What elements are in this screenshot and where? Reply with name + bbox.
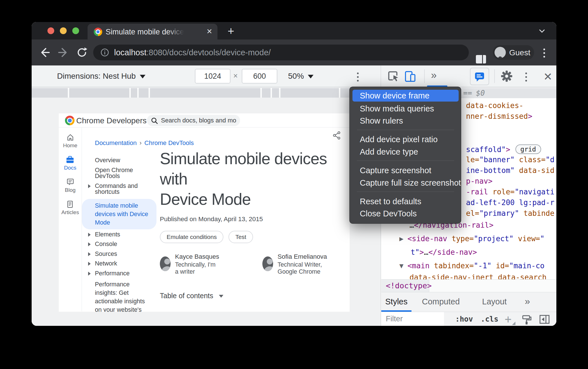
site-info-icon[interactable] [101, 48, 109, 57]
close-window-button[interactable] [47, 27, 54, 34]
main-area: Chrome Developers Home [32, 88, 556, 326]
chrome-developers-logo-icon[interactable] [65, 116, 75, 125]
minimize-window-button[interactable] [60, 27, 67, 34]
profile-button[interactable]: Guest [493, 45, 534, 60]
forward-icon[interactable] [58, 47, 69, 58]
menu-item-reset-to-defaults[interactable]: Reset to defaults [352, 196, 459, 207]
expand-icon[interactable] [88, 242, 91, 246]
dimensions-select[interactable]: Dimensions: Nest Hub [57, 72, 145, 81]
reload-icon[interactable] [76, 47, 88, 58]
breadcrumb-doctype[interactable]: <!doctype> [381, 280, 429, 292]
menu-item-add-device-type[interactable]: Add device type [352, 146, 459, 158]
feedback-button[interactable] [470, 68, 489, 85]
rail-item-home[interactable]: Home [63, 133, 77, 149]
code-line[interactable]: scaffold">grid [466, 144, 541, 154]
nav-item-console[interactable]: Console [82, 241, 159, 247]
collapse-panel-icon[interactable] [539, 314, 550, 325]
rendering-emulation-icon[interactable] [521, 314, 532, 326]
new-tab-button[interactable]: + [228, 26, 234, 36]
code-line[interactable]: -rail role="navigati [466, 187, 554, 196]
grid-badge[interactable]: grid [515, 144, 541, 154]
back-icon[interactable] [39, 47, 50, 58]
code-line[interactable]: data-side-nav-inert data-search [410, 273, 546, 279]
expanded-arrow-icon[interactable]: ▼ [399, 263, 404, 269]
tab-styles[interactable]: Styles [385, 297, 408, 306]
rail-item-blog[interactable]: Blog [65, 178, 75, 193]
code-line[interactable]: ad-left-200 lg:pad-r [466, 198, 554, 207]
table-of-contents-toggle[interactable]: Table of contents [160, 292, 342, 300]
code-line[interactable]: data-cookies- [466, 101, 524, 110]
toolbar-band: Dimensions: Nest Hub × 50% » ✕ [32, 65, 556, 87]
rail-item-articles[interactable]: Articles [61, 200, 79, 216]
toggle-element-classes-button[interactable]: .cls [481, 315, 498, 323]
menu-item-show-media-queries[interactable]: Show media queries [352, 103, 459, 115]
tag-test[interactable]: Test [228, 231, 253, 243]
collapsed-arrow-icon[interactable]: ▶ [399, 236, 404, 242]
nav-item-performance[interactable]: Performance [82, 271, 159, 277]
menu-item-capture-screenshot[interactable]: Capture screenshot [352, 164, 459, 176]
author-sofia: Sofia EmelianovaTechnical Writer, Google… [262, 252, 342, 275]
code-line[interactable]: nner-dismissed> [466, 112, 532, 121]
menu-item-close-devtools[interactable]: Close DevTools [352, 208, 459, 219]
rail-item-docs[interactable]: Docs [64, 155, 76, 171]
settings-gear-icon[interactable] [500, 70, 513, 82]
menu-item-show-rulers[interactable]: Show rulers [352, 115, 459, 127]
expand-icon[interactable] [88, 233, 91, 237]
expand-icon[interactable] [88, 252, 91, 256]
expand-icon[interactable] [88, 184, 91, 188]
new-style-rule-button[interactable]: + [505, 313, 511, 326]
device-toolbar-icon[interactable] [404, 70, 417, 83]
more-sidebar-tabs-button[interactable]: » [525, 296, 530, 307]
device-width-input[interactable] [195, 69, 230, 84]
address-bar[interactable]: localhost:8080/docs/devtools/device-mode… [93, 45, 469, 60]
tab-layout[interactable]: Layout [482, 297, 507, 306]
search-input[interactable] [160, 116, 237, 125]
code-line[interactable]: el="primary" tabinde [466, 209, 554, 218]
author-name[interactable]: Sofia Emelianova [278, 252, 342, 261]
author-name[interactable]: Kayce Basques [175, 252, 220, 261]
nav-item-commands[interactable]: Commands and shortcuts [82, 183, 159, 195]
toggle-pseudo-classes-button[interactable]: :hov [455, 315, 473, 323]
menu-item-show-device-frame[interactable]: Show device frame [352, 90, 459, 102]
inspect-element-icon[interactable] [387, 70, 399, 82]
code-line[interactable]: ▼<main tabindex="-1" id="main-co [399, 261, 545, 270]
nav-item-open-devtools[interactable]: Open Chrome DevTools [82, 167, 159, 179]
device-height-input[interactable] [242, 69, 277, 84]
breadcrumb-documentation[interactable]: Documentation [95, 139, 137, 146]
nav-item-overview[interactable]: Overview [82, 157, 159, 164]
tab-computed[interactable]: Computed [422, 297, 460, 306]
browser-tab[interactable]: Simulate mobile devices with D ✕ [88, 24, 217, 39]
nav-item-network[interactable]: Network [82, 261, 159, 267]
expand-icon[interactable] [88, 272, 91, 276]
media-query-bar[interactable] [32, 88, 381, 98]
code-line[interactable]: ine-bottom" data-sid [466, 166, 554, 175]
share-icon[interactable] [332, 131, 341, 140]
tab-close-icon[interactable]: ✕ [206, 27, 212, 36]
menu-item-capture-full-size-screenshot[interactable]: Capture full size screenshot [352, 177, 459, 189]
browser-menu-icon[interactable] [543, 49, 545, 58]
code-line[interactable]: le="banner" class="d [466, 155, 554, 164]
menu-item-add-device-pixel-ratio[interactable]: Add device pixel ratio [352, 133, 459, 145]
devtools-menu-icon[interactable] [525, 73, 527, 82]
zoom-select[interactable]: 50% [288, 72, 313, 81]
nav-item-simulate-active[interactable]: Simulate mobile devices with Device Mode [82, 199, 156, 229]
feedback-chat-icon [474, 72, 485, 82]
tag-emulate-conditions[interactable]: Emulate conditions [160, 231, 223, 243]
site-rail: Home Docs Blog [59, 128, 82, 311]
published-date: Published on Monday, April 13, 2015 [160, 216, 342, 223]
site-brand[interactable]: Chrome Developers [76, 116, 147, 125]
more-tabs-button[interactable]: » [431, 69, 437, 81]
devtools-close-icon[interactable]: ✕ [543, 71, 552, 83]
code-line[interactable]: ▶<side-nav type="project" view=" [399, 234, 545, 243]
nav-item-elements[interactable]: Elements [82, 232, 159, 238]
device-toolbar-options-icon[interactable] [357, 73, 359, 82]
expand-icon[interactable] [88, 262, 91, 266]
nav-item-performance-insights[interactable]: Performance insights: Get actionable ins… [82, 280, 159, 312]
code-line[interactable]: t">…</side-nav> [411, 248, 477, 257]
code-line[interactable]: p-nav> [466, 177, 493, 186]
styles-filter-input[interactable] [381, 312, 444, 326]
tab-search-chevron-icon[interactable] [538, 28, 546, 35]
nav-item-sources[interactable]: Sources [82, 251, 159, 257]
site-search[interactable] [147, 115, 240, 126]
zoom-window-button[interactable] [72, 27, 79, 34]
